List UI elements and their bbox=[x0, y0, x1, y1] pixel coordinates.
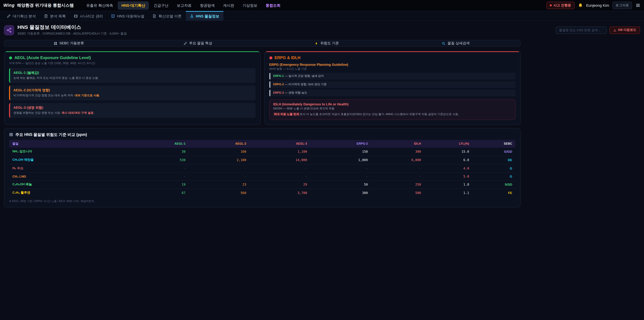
db-download-label: DB 다운로드 bbox=[618, 28, 636, 32]
incident-status-badge[interactable]: 사고 진행중 bbox=[546, 2, 574, 9]
pencil-icon bbox=[184, 42, 187, 45]
col-aegl2: AEGL-2 bbox=[189, 140, 250, 148]
download-icon bbox=[613, 28, 616, 32]
nav-item-board[interactable]: 게시판 bbox=[219, 1, 238, 10]
document-icon bbox=[152, 14, 156, 18]
aegl-level-name: AEGL-3 (생명 위협) bbox=[14, 105, 252, 110]
page-header: HNS 물질정보 데이터베이스 SEBC 거동분류 · CHRIS/CAMEO … bbox=[0, 21, 644, 39]
hazard-comparison-table: 물질 AEGL-1 AEGL-2 AEGL-3 ERPG-2 IDLH LFL(… bbox=[9, 140, 516, 197]
comparison-table-title: 주요 HNS 물질별 위험도 기준 비교 (ppm) bbox=[9, 132, 516, 137]
col-erpg2: ERPG-2 bbox=[310, 140, 371, 148]
idlh-box: IDLH (Immediately Dangerous to Life or H… bbox=[269, 99, 516, 120]
app-title: 해양환경 위기대응 통합시스템 bbox=[17, 3, 74, 8]
criteria-panels: AEGL (Acute Exposure Guideline Level) 미국… bbox=[4, 51, 520, 125]
book-icon bbox=[111, 14, 115, 18]
tab-label: 확산모델 이론 bbox=[158, 14, 182, 19]
tab-hns-substance-info[interactable]: HNS 물질정보 bbox=[186, 11, 224, 21]
nav-item-oil-spill[interactable]: 유출유 확산예측 bbox=[82, 1, 117, 10]
aegl-panel: AEGL (Acute Exposure Guideline Level) 미국… bbox=[4, 51, 260, 125]
aegl-level-desc: 눈에 띄는 불쾌감, 자극 또는 비감각적 증상. 노출 중단 시 증상 소멸. bbox=[14, 76, 252, 80]
table-row: H₂ 수소 - - - - - 4.0 G bbox=[9, 164, 516, 173]
bell-icon bbox=[578, 3, 583, 8]
erpg-heading: ERPG (Emergency Response Planning Guidel… bbox=[269, 63, 516, 67]
film-icon bbox=[74, 14, 78, 18]
idlh-highlight: 최대 허용 노출 한계 bbox=[273, 112, 300, 116]
tab-label: HNS 물질정보 bbox=[196, 14, 219, 19]
tab-hazard-criteria[interactable]: 위험도 기준 bbox=[262, 40, 391, 46]
tab-label: SEBC 거동분류 bbox=[59, 41, 84, 46]
logout-button[interactable]: 로그아웃 bbox=[612, 2, 632, 9]
tab-hns-manual[interactable]: HNS 대응매뉴얼 bbox=[107, 11, 148, 21]
status-dot-icon bbox=[550, 4, 552, 6]
main-menu: 유출유 확산예측 HNS·대기확산 긴급구난 보고자료 항공탐색 게시판 기상정… bbox=[82, 1, 284, 10]
table-row: NH₃ 암모니아 30 160 1,100 150 300 15.0 G/GD bbox=[9, 148, 516, 156]
brand[interactable]: Wing 해양환경 위기대응 통합시스템 bbox=[3, 3, 74, 8]
incident-status-label: 사고 진행중 bbox=[553, 3, 571, 8]
aegl-level-name: AEGL-1 (불쾌감) bbox=[14, 71, 252, 75]
col-aegl3: AEGL-3 bbox=[250, 140, 310, 148]
aegl-level-desc: 생명을 위협하는 건강 영향 또는 사망. 즉시 대피/격리 구역 설정. bbox=[14, 111, 252, 115]
page-subtitle: SEBC 거동분류 · CHRIS/CAMEO DB · AEGL/ERPG/I… bbox=[18, 32, 127, 36]
nav-item-rescue[interactable]: 긴급구난 bbox=[150, 1, 172, 10]
wing-logo: Wing bbox=[3, 3, 14, 8]
aegl-level-1-box: AEGL-1 (불쾌감) 눈에 띄는 불쾌감, 자극 또는 비감각적 증상. 노… bbox=[9, 68, 256, 83]
table-row: C₆H₅OH 페놀 19 23 29 50 250 1.8 S/SD bbox=[9, 180, 516, 189]
nav-item-integrated-search[interactable]: 통합조회 bbox=[262, 1, 284, 10]
substance-search-input[interactable] bbox=[556, 26, 606, 34]
erpg-subtitle: AIHA 발행 — 1시간 노출 기준 bbox=[269, 67, 516, 71]
menu-button[interactable] bbox=[635, 3, 641, 8]
nav-item-aerial-search[interactable]: 항공탐색 bbox=[196, 1, 218, 10]
tab-dispersion-analysis[interactable]: 대기확산 분석 bbox=[3, 11, 40, 21]
tab-key-properties[interactable]: 주요 물질 특성 bbox=[133, 40, 262, 46]
table-row: CH₃OH 메탄올 530 2,100 14,000 1,000 6,000 6… bbox=[9, 156, 516, 164]
user-name: Eunjeong Kim bbox=[586, 3, 609, 8]
module-tabbar: 대기확산 분석 분석 목록 시나리오 관리 HNS 대응매뉴얼 확산모델 이론 … bbox=[0, 11, 644, 21]
tab-scenario-management[interactable]: 시나리오 관리 bbox=[70, 11, 107, 21]
aegl-level-name: AEGL-2 (비가역적 영향) bbox=[14, 88, 252, 93]
table-row: CH₄ LNG - - - - - 5.0 G bbox=[9, 173, 516, 180]
erpg-level-3-row: ERPG-3— 생명 위협 농도 bbox=[269, 90, 516, 96]
col-substance: 물질 bbox=[9, 140, 131, 148]
header-actions: DB 다운로드 bbox=[556, 26, 640, 34]
nav-item-hns-dispersion[interactable]: HNS·대기확산 bbox=[118, 1, 149, 10]
search-icon bbox=[442, 42, 446, 45]
green-dot-icon bbox=[9, 56, 12, 59]
header-titles: HNS 물질정보 데이터베이스 SEBC 거동분류 · CHRIS/CAMEO … bbox=[18, 24, 127, 36]
tab-analysis-list[interactable]: 분석 목록 bbox=[40, 11, 70, 21]
nav-item-weather[interactable]: 기상정보 bbox=[239, 1, 261, 10]
section-tabbar: SEBC 거동분류 주요 물질 특성 위험도 기준 물질 상세검색 bbox=[4, 40, 520, 47]
nav-item-reports[interactable]: 보고자료 bbox=[173, 1, 195, 10]
notifications-button[interactable] bbox=[578, 3, 583, 8]
top-navbar: Wing 해양환경 위기대응 통합시스템 유출유 확산예측 HNS·대기확산 긴… bbox=[0, 0, 644, 11]
flask-icon bbox=[190, 14, 194, 18]
table-row: C₇H₈ 톨루엔 67 560 3,700 300 500 1.1 FE bbox=[9, 189, 516, 197]
lightning-icon bbox=[314, 42, 318, 45]
erpg-level-1-row: ERPG-1— 일시적 건강 영향, 냄새 감지 bbox=[269, 73, 516, 80]
aegl-level-3-box: AEGL-3 (생명 위협) 생명을 위협하는 건강 영향 또는 사망. 즉시 … bbox=[9, 103, 256, 118]
tab-label: 시나리오 관리 bbox=[80, 14, 103, 19]
aegl-panel-title: AEGL (Acute Exposure Guideline Level) bbox=[9, 55, 256, 60]
tab-label: 대기확산 분석 bbox=[13, 14, 36, 19]
hamburger-icon bbox=[635, 3, 641, 8]
tab-sebc-classification[interactable]: SEBC 거동분류 bbox=[4, 40, 133, 46]
tab-detail-search[interactable]: 물질 상세검색 bbox=[391, 40, 520, 46]
erpg-level-2-row: ERPG-2— 비가역적 영향, 대피 판단 기준 bbox=[269, 81, 516, 88]
db-download-button[interactable]: DB 다운로드 bbox=[609, 26, 640, 34]
red-dot-icon bbox=[269, 56, 272, 59]
tab-label: 분석 목록 bbox=[50, 14, 66, 19]
idlh-heading: IDLH (Immediately Dangerous to Life or H… bbox=[273, 102, 512, 106]
clipboard-icon bbox=[44, 14, 48, 18]
hazard-comparison-card: 주요 HNS 물질별 위험도 기준 비교 (ppm) 물질 AEGL-1 AEG… bbox=[4, 128, 520, 207]
table-footnote: ※ AEGL: 60분 기준 / ERPG: 1시간 노출 / IDLH: 30… bbox=[9, 199, 516, 203]
tab-label: HNS 대응매뉴얼 bbox=[117, 14, 144, 19]
tab-model-theory[interactable]: 확산모델 이론 bbox=[148, 11, 186, 21]
erpg-panel-title: ERPG & IDLH bbox=[269, 55, 516, 60]
pencil-icon bbox=[7, 14, 11, 18]
aegl-panel-subtitle: 미국 EPA — 일반인 급성 노출 기준 (10분, 30분, 60분, 4시… bbox=[9, 61, 256, 66]
tab-label: 위험도 기준 bbox=[320, 41, 339, 46]
molecule-icon bbox=[4, 25, 14, 35]
tab-label: 물질 상세검색 bbox=[448, 41, 470, 46]
aegl-level-desc: 비가역적/장기적 건강 영향 또는 대피 능력 저하. 대피 기준으로 사용. bbox=[14, 94, 252, 98]
idlh-subtitle: NIOSH — 30분 노출 시 생명/건강에 즉각적 위험 bbox=[273, 107, 512, 111]
idlh-description: 최대 허용 노출 한계로서 이 농도를 초과하면 자급식 호흡장치(SCBA) … bbox=[273, 112, 512, 116]
